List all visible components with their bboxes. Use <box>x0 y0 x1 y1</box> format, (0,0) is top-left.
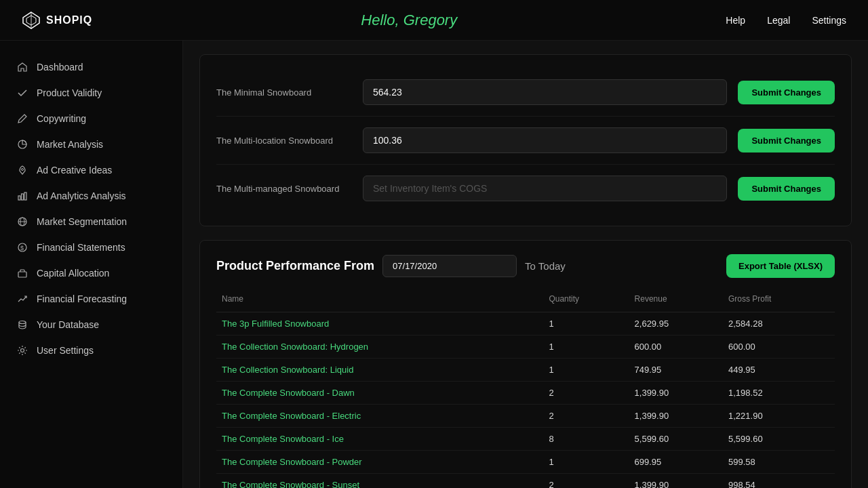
table-header-row: Name Quantity Revenue Gross Profit <box>216 289 835 312</box>
logo-icon <box>22 11 41 30</box>
sidebar-item-market-analysis[interactable]: Market Analysis <box>0 131 182 157</box>
table-row: The Complete Snowboard - Powder 1 699.95… <box>216 451 835 474</box>
cogs-section: The Minimal Snowboard Submit Changes The… <box>199 54 852 226</box>
cogs-input-1[interactable] <box>363 127 727 153</box>
pencil-icon <box>16 113 28 125</box>
sidebar-item-capital-allocation[interactable]: Capital Allocation <box>0 260 182 286</box>
cell-quantity: 1 <box>543 451 629 474</box>
table-row: The Complete Snowboard - Dawn 2 1,399.90… <box>216 382 835 405</box>
cell-revenue: 1,399.90 <box>629 405 723 428</box>
svg-point-15 <box>21 349 24 352</box>
sidebar-item-ad-analytics[interactable]: Ad Analytics Analysis <box>0 183 182 209</box>
cell-name: The Complete Snowboard - Sunset <box>216 474 543 489</box>
greeting: Hello, Gregory <box>361 12 457 29</box>
sidebar-item-user-settings[interactable]: User Settings <box>0 338 182 363</box>
performance-section: Product Performance From To Today Export… <box>199 240 852 488</box>
cell-gross-profit: 1,221.90 <box>723 405 835 428</box>
sidebar-label-product-validity: Product Validity <box>37 87 102 98</box>
cell-gross-profit: 599.58 <box>723 451 835 474</box>
nav-legal[interactable]: Legal <box>767 15 790 26</box>
cell-revenue: 1,399.90 <box>629 382 723 405</box>
logo-text: SHOPIQ <box>46 14 92 26</box>
dollar-icon: $ <box>16 241 28 253</box>
logo: SHOPIQ <box>22 11 92 30</box>
performance-table: Name Quantity Revenue Gross Profit The 3… <box>216 289 835 488</box>
cell-quantity: 2 <box>543 474 629 489</box>
sidebar-item-your-database[interactable]: Your Database <box>0 312 182 338</box>
cogs-row-1: The Multi-location Snowboard Submit Chan… <box>216 117 835 165</box>
cell-gross-profit: 600.00 <box>723 336 835 359</box>
cogs-submit-btn-1[interactable]: Submit Changes <box>738 129 835 152</box>
table-row: The Complete Snowboard - Electric 2 1,39… <box>216 405 835 428</box>
sidebar-item-copywriting[interactable]: Copywriting <box>0 106 182 131</box>
sidebar-label-market-segmentation: Market Segmentation <box>37 216 127 227</box>
cell-name: The 3p Fulfilled Snowboard <box>216 312 543 336</box>
svg-point-4 <box>22 169 24 171</box>
main-content: The Minimal Snowboard Submit Changes The… <box>183 41 868 488</box>
svg-text:$: $ <box>20 245 24 251</box>
sidebar-item-financial-statements[interactable]: $ Financial Statements <box>0 235 182 260</box>
svg-point-14 <box>19 321 26 324</box>
cogs-row-0: The Minimal Snowboard Submit Changes <box>216 68 835 117</box>
nav-help[interactable]: Help <box>726 15 745 26</box>
cogs-submit-btn-2[interactable]: Submit Changes <box>738 177 835 201</box>
svg-rect-6 <box>22 194 24 200</box>
cell-name: The Collection Snowboard: Hydrogen <box>216 336 543 359</box>
sidebar-item-dashboard[interactable]: Dashboard <box>0 54 182 80</box>
cogs-product-name-2: The Multi-managed Snowboard <box>216 184 352 194</box>
sidebar-label-user-settings: User Settings <box>37 345 94 356</box>
layout: Dashboard Product Validity Copywriting <box>0 41 868 488</box>
export-button[interactable]: Export Table (XLSX) <box>726 254 835 278</box>
performance-title: Product Performance From <box>216 259 374 273</box>
cell-revenue: 1,399.90 <box>629 474 723 489</box>
cell-gross-profit: 449.95 <box>723 359 835 382</box>
pie-icon <box>16 138 28 150</box>
col-name: Name <box>216 289 543 312</box>
table-row: The Collection Snowboard: Liquid 1 749.9… <box>216 359 835 382</box>
rocket-icon <box>16 164 28 176</box>
cogs-row-2: The Multi-managed Snowboard Submit Chang… <box>216 165 835 212</box>
cogs-input-2[interactable] <box>363 176 727 201</box>
sidebar-item-market-segmentation[interactable]: Market Segmentation <box>0 209 182 235</box>
sidebar-label-your-database: Your Database <box>37 319 99 330</box>
cell-name: The Collection Snowboard: Liquid <box>216 359 543 382</box>
cogs-product-name-0: The Minimal Snowboard <box>216 87 352 98</box>
cell-quantity: 1 <box>543 359 629 382</box>
cell-quantity: 8 <box>543 428 629 451</box>
cell-gross-profit: 5,599.60 <box>723 428 835 451</box>
performance-to-label: To Today <box>525 260 566 272</box>
cell-quantity: 2 <box>543 405 629 428</box>
gear-icon <box>16 344 28 357</box>
cell-gross-profit: 2,584.28 <box>723 312 835 336</box>
sidebar-item-product-validity[interactable]: Product Validity <box>0 80 182 106</box>
cell-quantity: 1 <box>543 312 629 336</box>
header: SHOPIQ Hello, Gregory Help Legal Setting… <box>0 0 868 41</box>
col-gross-profit: Gross Profit <box>723 289 835 312</box>
sidebar-item-ad-creative[interactable]: Ad Creative Ideas <box>0 157 182 183</box>
sidebar-label-ad-analytics: Ad Analytics Analysis <box>37 190 126 201</box>
nav-settings[interactable]: Settings <box>812 15 846 26</box>
cell-revenue: 749.95 <box>629 359 723 382</box>
cogs-product-name-1: The Multi-location Snowboard <box>216 136 352 146</box>
cogs-input-0[interactable] <box>363 79 727 105</box>
sidebar-label-capital-allocation: Capital Allocation <box>37 268 109 279</box>
cell-revenue: 2,629.95 <box>629 312 723 336</box>
sidebar-label-market-analysis: Market Analysis <box>37 139 103 150</box>
sidebar-label-financial-forecasting: Financial Forecasting <box>37 293 127 304</box>
check-icon <box>16 87 28 99</box>
trend-icon <box>16 293 28 305</box>
cogs-submit-btn-0[interactable]: Submit Changes <box>738 81 835 104</box>
sidebar-item-financial-forecasting[interactable]: Financial Forecasting <box>0 286 182 312</box>
cell-gross-profit: 1,198.52 <box>723 382 835 405</box>
globe-icon <box>16 216 28 228</box>
header-nav: Help Legal Settings <box>726 15 846 26</box>
cell-quantity: 1 <box>543 336 629 359</box>
performance-date-input[interactable] <box>382 255 517 277</box>
home-icon <box>16 61 28 73</box>
table-row: The 3p Fulfilled Snowboard 1 2,629.95 2,… <box>216 312 835 336</box>
cell-name: The Complete Snowboard - Electric <box>216 405 543 428</box>
sidebar-label-copywriting: Copywriting <box>37 113 86 124</box>
sidebar: Dashboard Product Validity Copywriting <box>0 41 183 488</box>
cell-quantity: 2 <box>543 382 629 405</box>
sidebar-label-dashboard: Dashboard <box>37 62 83 73</box>
